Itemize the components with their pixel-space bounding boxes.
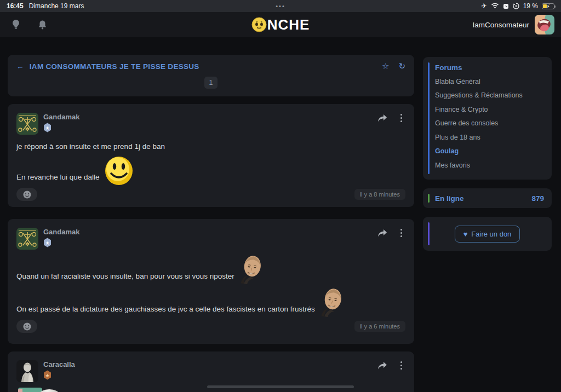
donation-accent-bar xyxy=(428,222,430,245)
post-username[interactable]: Gandamak xyxy=(43,113,79,121)
app-header: NCHE IamConsomateur xyxy=(0,12,561,37)
post-timestamp: il y a 6 minutes xyxy=(354,321,405,332)
donate-button-label: Faire un don xyxy=(471,230,511,238)
post-username[interactable]: Gandamak xyxy=(43,228,79,236)
reaction-smiley-icon xyxy=(23,322,31,331)
add-reaction-button[interactable] xyxy=(16,188,37,201)
avatar[interactable] xyxy=(16,360,38,382)
caracalla-bust-avatar-icon xyxy=(16,360,38,382)
avatar[interactable] xyxy=(16,113,38,135)
bell-icon xyxy=(38,20,47,30)
share-icon[interactable] xyxy=(377,229,387,238)
post-sticker-image xyxy=(39,389,59,392)
pagination: 1 xyxy=(16,77,405,89)
sidebar-item-blabla-general[interactable]: Blabla Général xyxy=(435,74,552,89)
refresh-icon[interactable]: ↻ xyxy=(398,61,405,71)
sidebar-item-mes-favoris[interactable]: Mes favoris xyxy=(435,158,552,172)
sidebar-item-guerre-des-consoles[interactable]: Guerre des consoles xyxy=(435,117,552,131)
svg-text:★: ★ xyxy=(45,240,49,246)
add-reaction-button[interactable] xyxy=(16,320,37,333)
smiley-sticker-image xyxy=(105,156,133,186)
thread-title[interactable]: IAM CONSOMMATEURS JE TE PISSE DESSUS xyxy=(30,62,199,71)
alarm-icon xyxy=(503,3,509,9)
thread-title-row: ← IAM CONSOMMATEURS JE TE PISSE DESSUS xyxy=(16,62,199,71)
post-timestamp: il y a 8 minutes xyxy=(354,189,405,200)
gandamak-avatar-icon xyxy=(16,228,38,250)
rotation-lock-icon xyxy=(513,3,519,9)
favorite-star-icon[interactable]: ☆ xyxy=(382,61,389,71)
sidebar-item-goulag[interactable]: Goulag xyxy=(435,145,552,159)
forums-panel-title: Forums xyxy=(435,64,552,72)
post-text: On est passé de la dictature des gauchia… xyxy=(16,305,315,313)
multitask-dots-icon: ••• xyxy=(0,3,561,9)
svg-text:★: ★ xyxy=(45,373,49,378)
post-card: Gandamak ★ Quand un faf racialiste vous … xyxy=(8,219,414,344)
battery-percent: 19 % xyxy=(523,2,538,10)
sidebar-item-suggestions-reclamations[interactable]: Suggestions & Réclamations xyxy=(435,89,552,103)
theme-bulb-button[interactable] xyxy=(7,15,25,34)
post-menu-kebab-icon[interactable] xyxy=(399,113,403,123)
online-count: 879 xyxy=(531,194,544,203)
post-card: Gandamak ★ je répond à son insulte et me… xyxy=(8,104,414,207)
airplane-mode-icon: ✈ xyxy=(482,2,487,10)
logo-text: NCHE xyxy=(267,16,310,33)
home-indicator[interactable] xyxy=(207,385,354,388)
sidebar-item-finance-crypto[interactable]: Finance & Crypto xyxy=(435,102,552,117)
online-panel: En ligne 879 xyxy=(423,188,552,208)
share-icon[interactable] xyxy=(377,361,387,370)
post-menu-kebab-icon[interactable] xyxy=(399,228,403,238)
rank-badge-icon: ★ xyxy=(43,370,51,380)
donation-panel: ♥ Faire un don xyxy=(423,217,552,251)
thread-header-card: ← IAM CONSOMMATEURS JE TE PISSE DESSUS ☆… xyxy=(8,55,414,96)
mouth-tongue-avatar-icon xyxy=(535,15,554,34)
profile-avatar[interactable] xyxy=(535,15,554,34)
forums-panel: Forums Blabla Général Suggestions & Récl… xyxy=(423,57,552,180)
post-menu-kebab-icon[interactable] xyxy=(399,360,403,371)
zidane-head-image xyxy=(317,285,347,319)
zidane-head-image xyxy=(236,252,266,286)
avatar[interactable] xyxy=(16,228,38,250)
rank-badge-icon: ★ xyxy=(43,238,51,247)
online-label: En ligne xyxy=(435,194,464,203)
gandamak-avatar-icon xyxy=(16,113,38,135)
forums-accent-bar xyxy=(428,62,430,174)
sidebar-item-plus-de-18-ans[interactable]: Plus de 18 ans xyxy=(435,130,552,145)
wifi-icon xyxy=(491,3,499,9)
lightbulb-icon xyxy=(12,19,20,30)
reaction-smiley-icon xyxy=(23,191,31,199)
battery-charging-icon: ⚡ xyxy=(542,3,554,9)
current-username[interactable]: IamConsomateur xyxy=(472,21,529,29)
svg-text:★: ★ xyxy=(45,125,49,131)
post-text: je répond à son insulte et me prend 1j d… xyxy=(16,142,165,151)
donate-button[interactable]: ♥ Faire un don xyxy=(455,226,520,243)
share-icon[interactable] xyxy=(377,114,387,123)
onche-smiley-icon xyxy=(251,17,267,32)
post-sticker-image xyxy=(18,389,22,392)
back-arrow-icon[interactable]: ← xyxy=(16,62,24,71)
page-number-button[interactable]: 1 xyxy=(204,77,217,89)
post-text: En revanche lui que dalle xyxy=(16,173,100,181)
online-accent-bar xyxy=(428,194,430,203)
rank-badge-icon: ★ xyxy=(43,123,51,132)
notifications-button[interactable] xyxy=(33,15,51,34)
post-text: Quand un faf racialiste vous insulte, ba… xyxy=(16,272,234,280)
post-username[interactable]: Caracalla xyxy=(43,360,75,368)
heart-icon: ♥ xyxy=(463,230,468,238)
status-bar: 16:45 Dimanche 19 mars ••• ✈ 19 % ⚡ xyxy=(0,0,561,12)
